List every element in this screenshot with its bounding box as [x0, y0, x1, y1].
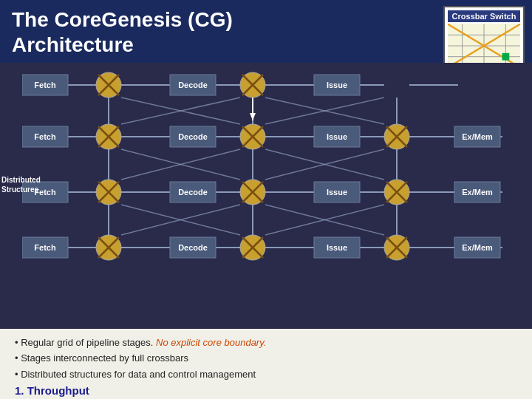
throughput-heading: 1. Throughput — [15, 384, 517, 397]
svg-text:Decode: Decode — [178, 132, 208, 141]
svg-text:Issue: Issue — [327, 243, 347, 252]
bullet-3: • Distributed structures for data and co… — [15, 368, 517, 381]
svg-rect-8 — [502, 53, 510, 61]
bullets-section: • Regular grid of pipeline stages. No ex… — [0, 329, 532, 399]
crossbar-label: Crossbar Switch — [448, 10, 520, 22]
svg-text:Ex/Mem: Ex/Mem — [462, 132, 493, 141]
svg-text:Ex/Mem: Ex/Mem — [462, 188, 493, 197]
svg-text:Fetch: Fetch — [34, 132, 56, 141]
bullet-2: • Stages interconnected by full crossbar… — [15, 352, 517, 365]
crossbar-diagram — [448, 24, 520, 68]
svg-text:Decode: Decode — [178, 81, 208, 89]
svg-text:Ex/Mem: Ex/Mem — [462, 243, 493, 252]
svg-text:Decode: Decode — [178, 243, 208, 252]
svg-text:Issue: Issue — [327, 132, 347, 141]
svg-text:Issue: Issue — [327, 81, 347, 89]
svg-text:Fetch: Fetch — [34, 243, 56, 252]
header: The CoreGenesis (CG) Architecture Crossb… — [0, 0, 532, 63]
svg-text:Issue: Issue — [327, 188, 347, 197]
svg-text:Fetch: Fetch — [34, 81, 56, 89]
pipeline-diagram-svg: Fetch Decode Issue Fetch Decode Issue Ex… — [22, 63, 510, 284]
bullet-1: • Regular grid of pipeline stages. No ex… — [15, 336, 517, 349]
distributed-structures-label: Distributed Structures — [1, 175, 41, 194]
svg-text:Decode: Decode — [178, 188, 208, 197]
main-diagram: Distributed Structures — [0, 63, 532, 329]
